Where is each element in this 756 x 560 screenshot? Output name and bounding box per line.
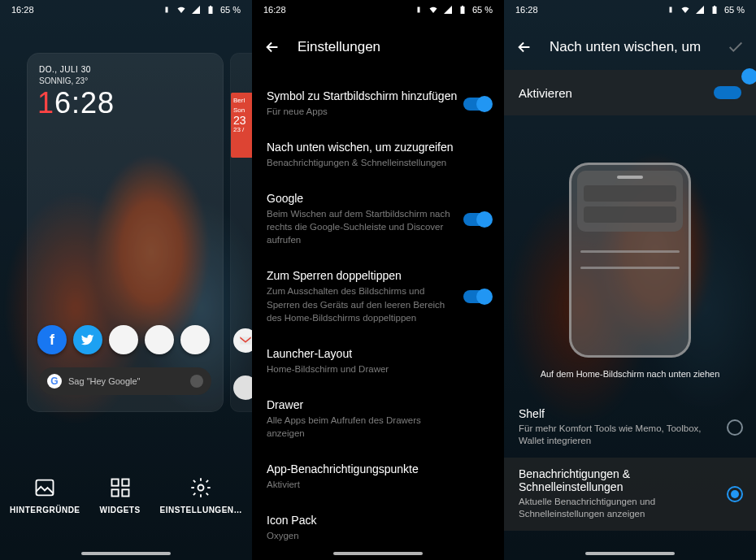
- vibrate-icon: [162, 5, 172, 15]
- clock-rest: 6:28: [54, 86, 115, 119]
- swipe-option-subtitle: Für mehr Komfort Tools wie Memo, Toolbox…: [519, 423, 715, 448]
- home-editor-screen: 16:28 65 % DO., JULI 30 SONNIG, 23° 16:2…: [0, 0, 252, 560]
- weather-temp: 23: [233, 115, 252, 125]
- widgets-icon: [109, 476, 132, 499]
- settings-item-title: Icon Pack: [267, 514, 489, 527]
- settings-item[interactable]: App-BenachrichtigungspunkteAktiviert: [252, 451, 504, 502]
- settings-item-subtitle: Für neue Apps: [267, 105, 489, 118]
- settings-item[interactable]: Icon PackOxygen: [252, 502, 504, 553]
- app-folder-peek-icon[interactable]: [233, 376, 252, 400]
- gesture-bar[interactable]: [81, 552, 171, 555]
- status-battery: 65 %: [472, 5, 493, 15]
- battery-icon: [206, 5, 215, 15]
- swipe-down-picker-screen: 16:28 65 % Nach unten wischen, um Aktivi…: [504, 0, 756, 560]
- image-icon: [33, 476, 56, 499]
- facebook-icon[interactable]: f: [37, 325, 67, 354]
- toggle-switch[interactable]: [463, 290, 491, 303]
- launcher-settings-screen: 16:28 65 % Einstellungen Symbol zu Start…: [252, 0, 504, 560]
- home-settings-button[interactable]: EINSTELLUNGEN…: [160, 476, 242, 514]
- settings-item-subtitle: Beim Wischen auf dem Startbildschirm nac…: [267, 207, 489, 246]
- settings-item-subtitle: Alle Apps beim Aufrufen des Drawers anze…: [267, 414, 489, 440]
- settings-item[interactable]: Symbol zu Startbildschirm hinzufügenFür …: [252, 78, 504, 129]
- signal-icon: [695, 5, 705, 15]
- activate-label: Aktivieren: [519, 86, 572, 100]
- gesture-preview-illustration: [569, 163, 691, 358]
- vibrate-icon: [666, 5, 676, 15]
- activate-row[interactable]: Aktivieren: [504, 70, 756, 115]
- svg-point-5: [198, 485, 204, 491]
- homescreen-preview-next[interactable]: Berl Son 23 23 /: [231, 54, 252, 411]
- confirm-check-icon[interactable]: [727, 38, 745, 56]
- back-icon[interactable]: [263, 38, 281, 56]
- page-title: Einstellungen: [298, 39, 380, 55]
- settings-item-subtitle: Benachrichtigungen & Schnelleinstellunge…: [267, 156, 489, 169]
- app-folder-1-icon[interactable]: [109, 325, 138, 354]
- toggle-switch[interactable]: [463, 213, 491, 226]
- settings-item[interactable]: Launcher-LayoutHome-Bildschirm und Drawe…: [252, 336, 504, 387]
- settings-item-subtitle: Oxygen: [267, 529, 489, 542]
- settings-item[interactable]: Zum Sperren doppeltippenZum Ausschalten …: [252, 258, 504, 335]
- gear-icon: [189, 476, 212, 499]
- status-bar: 16:28 65 %: [252, 0, 504, 20]
- svg-rect-4: [122, 489, 128, 496]
- status-battery: 65 %: [724, 5, 745, 15]
- mic-icon[interactable]: [190, 375, 203, 388]
- back-icon[interactable]: [515, 38, 533, 56]
- settings-item-subtitle: Aktiviert: [267, 478, 489, 491]
- dock-row: f: [37, 325, 210, 354]
- gmail-icon[interactable]: [233, 328, 252, 353]
- settings-item-title: Google: [267, 192, 489, 205]
- wifi-icon: [176, 5, 186, 15]
- widgets-button[interactable]: WIDGETS: [99, 476, 140, 514]
- gesture-bar[interactable]: [333, 552, 423, 555]
- weather-card-peek: Berl Son 23 23 /: [231, 93, 252, 158]
- google-search-bar[interactable]: G Sag "Hey Google": [39, 367, 211, 395]
- status-battery: 65 %: [220, 5, 241, 15]
- swipe-option-title: Benachrichtigungen & Schnelleinstellunge…: [519, 467, 715, 493]
- toggle-switch[interactable]: [463, 98, 491, 111]
- signal-icon: [443, 5, 453, 15]
- activate-toggle[interactable]: [714, 86, 741, 99]
- svg-rect-1: [111, 480, 118, 486]
- weather-city: Berl: [233, 96, 252, 106]
- settings-item[interactable]: GoogleBeim Wischen auf dem Startbildschi…: [252, 180, 504, 258]
- status-time: 16:28: [11, 5, 34, 15]
- wifi-icon: [428, 5, 438, 15]
- swipe-options-list: ShelfFür mehr Komfort Tools wie Memo, To…: [504, 397, 756, 531]
- settings-item-title: Launcher-Layout: [267, 347, 489, 360]
- app-folder-2-icon[interactable]: [145, 325, 174, 354]
- wifi-icon: [680, 5, 690, 15]
- settings-item[interactable]: Nach unten wischen, um zuzugreifenBenach…: [252, 129, 504, 180]
- battery-icon: [710, 5, 719, 15]
- homescreen-preview[interactable]: DO., JULI 30 SONNIG, 23° 16:28 f G Sag "…: [28, 54, 223, 411]
- signal-icon: [191, 5, 201, 15]
- settings-item[interactable]: DrawerAlle Apps beim Aufrufen des Drawer…: [252, 387, 504, 451]
- swipe-option[interactable]: Benachrichtigungen & Schnelleinstellunge…: [504, 458, 756, 531]
- status-bar: 16:28 65 %: [504, 0, 756, 20]
- clock-hour-prefix: 1: [37, 86, 54, 119]
- swipe-option[interactable]: ShelfFür mehr Komfort Tools wie Memo, To…: [504, 397, 756, 458]
- status-bar: 16:28 65 %: [0, 0, 252, 20]
- weather-line: SONNIG, 23°: [39, 76, 88, 85]
- settings-list[interactable]: Symbol zu Startbildschirm hinzufügenFür …: [252, 78, 504, 560]
- wallpapers-button[interactable]: HINTERGRÜNDE: [10, 476, 80, 514]
- app-folder-3-icon[interactable]: [180, 325, 210, 354]
- status-time: 16:28: [515, 5, 538, 15]
- home-editor-actions: HINTERGRÜNDE WIDGETS EINSTELLUNGEN…: [0, 476, 252, 514]
- clock-widget: 16:28: [37, 86, 115, 120]
- battery-icon: [458, 5, 467, 15]
- radio-button[interactable]: [727, 486, 743, 502]
- home-settings-label: EINSTELLUNGEN…: [160, 506, 242, 514]
- page-title: Nach unten wischen, um: [550, 39, 701, 55]
- svg-rect-2: [122, 480, 128, 486]
- svg-rect-3: [111, 489, 118, 496]
- settings-item-title: Symbol zu Startbildschirm hinzufügen: [267, 89, 489, 102]
- radio-button[interactable]: [727, 419, 743, 436]
- gesture-bar[interactable]: [585, 552, 675, 555]
- weather-range: 23 /: [233, 125, 252, 135]
- twitter-icon[interactable]: [73, 325, 102, 354]
- settings-item-subtitle: Home-Bildschirm und Drawer: [267, 362, 489, 376]
- app-bar: Nach unten wischen, um: [504, 24, 756, 70]
- status-time: 16:28: [263, 5, 286, 15]
- settings-item-title: Nach unten wischen, um zuzugreifen: [267, 141, 489, 154]
